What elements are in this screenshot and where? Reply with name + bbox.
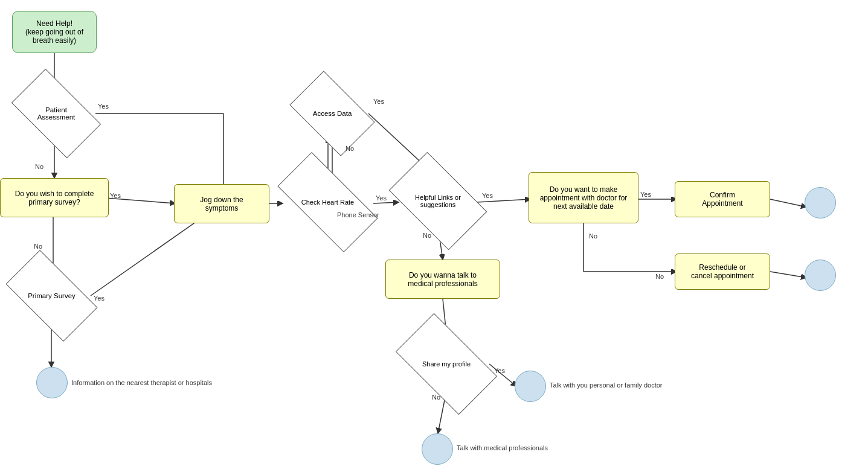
check-heart-rate-label: Check Heart Rate [281, 178, 375, 226]
flowchart-canvas: Need Help! (keep going out of breath eas… [0, 0, 868, 472]
yes-helpful-label: Yes [482, 192, 493, 199]
do-wanna-talk-box: Do you wanna talk tomedical professional… [385, 260, 500, 299]
check-heart-rate-diamond: Check Heart Rate [281, 178, 375, 226]
jog-symptoms-box: Jog down thesymptoms [174, 184, 269, 223]
no-helpful-label: No [423, 232, 431, 239]
yes-primary-label: Yes [94, 295, 104, 302]
need-help-node: Need Help! (keep going out of breath eas… [12, 11, 97, 53]
do-you-wish-box: Do you wish to completeprimary survey? [0, 178, 109, 217]
yes-patient-label: Yes [98, 103, 109, 110]
svg-line-14 [477, 199, 530, 202]
confirm-appointment-box: ConfirmAppointment [675, 181, 770, 217]
jog-symptoms-label: Jog down thesymptoms [200, 196, 243, 212]
do-you-wish-node: Do you wish to completeprimary survey? [0, 178, 109, 217]
do-appointment-node: Do you want to makeappointment with doct… [529, 172, 638, 223]
check-heart-rate-node: Check Heart Rate [281, 178, 375, 226]
share-profile-diamond: Share my profile [402, 337, 491, 391]
reschedule-box: Reschedule orcancel appointment [675, 254, 770, 290]
circle-confirm [805, 187, 836, 218]
no-appointment-label: No [589, 232, 597, 240]
svg-line-22 [770, 199, 806, 207]
helpful-links-diamond: Helpful Links orsuggestions [396, 174, 480, 228]
confirm-appointment-node: ConfirmAppointment [675, 181, 770, 217]
need-help-box: Need Help! (keep going out of breath eas… [12, 11, 97, 53]
circle-medical-professionals [422, 433, 453, 465]
primary-survey-label: Primary Survey [11, 272, 92, 320]
yes-appointment-label: Yes [640, 191, 651, 198]
helpful-links-label: Helpful Links orsuggestions [396, 174, 480, 228]
reschedule-node: Reschedule orcancel appointment [675, 254, 770, 290]
access-data-diamond: Access Data [296, 89, 368, 138]
circle-reschedule [805, 260, 836, 291]
no-reschedule-label: No [655, 273, 664, 280]
no-share-label: No [432, 394, 440, 401]
patient-assessment-node: Patient Assessment [17, 89, 95, 138]
helpful-links-node: Helpful Links orsuggestions [396, 174, 480, 228]
jog-symptoms-node: Jog down thesymptoms [174, 184, 269, 223]
yes-check-label: Yes [376, 194, 387, 202]
therapist-label: Information on the nearest therapist or … [71, 379, 212, 386]
need-help-label: Need Help! (keep going out of breath eas… [25, 19, 83, 45]
personal-doctor-label: Talk with you personal or family doctor [550, 381, 662, 389]
patient-assessment-label: Patient Assessment [17, 89, 95, 138]
yes-share-label: Yes [494, 367, 505, 374]
do-you-wish-label: Do you wish to completeprimary survey? [15, 190, 94, 206]
circle-therapist [36, 367, 68, 398]
share-profile-node: Share my profile [402, 337, 491, 391]
medical-professionals-label: Talk with medical professionals [457, 444, 548, 451]
patient-assessment-diamond: Patient Assessment [17, 89, 95, 138]
no-patient-label: No [35, 163, 43, 170]
do-appointment-label: Do you want to makeappointment with doct… [540, 185, 628, 211]
primary-survey-diamond: Primary Survey [11, 272, 92, 320]
primary-survey-node: Primary Survey [11, 272, 92, 320]
yes-wish-label: Yes [110, 192, 121, 199]
do-wanna-talk-node: Do you wanna talk tomedical professional… [385, 260, 500, 299]
no-wish-label: No [34, 243, 42, 250]
reschedule-label: Reschedule orcancel appointment [691, 263, 754, 280]
confirm-appointment-label: ConfirmAppointment [702, 191, 742, 208]
access-data-node: Access Data [296, 89, 368, 138]
svg-line-12 [373, 202, 399, 203]
do-appointment-box: Do you want to makeappointment with doct… [529, 172, 638, 223]
share-profile-label: Share my profile [402, 337, 491, 391]
do-wanna-talk-label: Do you wanna talk tomedical professional… [408, 271, 477, 288]
circle-personal-doctor [515, 371, 546, 402]
svg-line-23 [770, 272, 806, 278]
no-access-label: No [346, 145, 354, 152]
yes-access-label: Yes [373, 98, 384, 105]
access-data-label: Access Data [296, 89, 368, 138]
